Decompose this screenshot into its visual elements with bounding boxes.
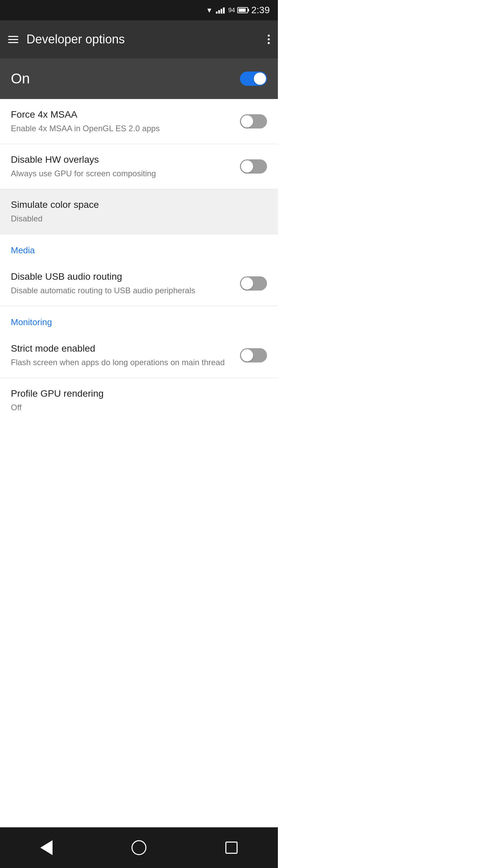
app-bar-left: Developer options	[8, 32, 125, 46]
force-msaa-title: Force 4x MSAA	[11, 108, 232, 121]
disable-hw-overlays-title: Disable HW overlays	[11, 154, 232, 166]
disable-hw-overlays-subtitle: Always use GPU for screen compositing	[11, 168, 232, 179]
simulate-color-space-item[interactable]: Simulate color space Disabled	[0, 189, 278, 234]
disable-usb-audio-item[interactable]: Disable USB audio routing Disable automa…	[0, 261, 278, 306]
simulate-color-space-text: Simulate color space Disabled	[11, 199, 267, 224]
profile-gpu-subtitle: Off	[11, 402, 259, 413]
profile-gpu-item[interactable]: Profile GPU rendering Off	[0, 378, 278, 423]
simulate-color-space-subtitle: Disabled	[11, 213, 259, 224]
back-icon	[40, 840, 53, 855]
force-msaa-toggle[interactable]	[240, 114, 267, 129]
disable-usb-audio-subtitle: Disable automatic routing to USB audio p…	[11, 285, 232, 296]
disable-usb-audio-toggle[interactable]	[240, 276, 267, 291]
overflow-menu-icon[interactable]	[268, 35, 270, 44]
home-icon	[131, 840, 146, 855]
home-button[interactable]	[129, 837, 149, 858]
strict-mode-subtitle: Flash screen when apps do long operation…	[11, 357, 232, 368]
toggle-thumb	[241, 277, 253, 290]
disable-usb-audio-text: Disable USB audio routing Disable automa…	[11, 271, 240, 296]
menu-icon[interactable]	[8, 36, 18, 43]
disable-usb-audio-title: Disable USB audio routing	[11, 271, 232, 283]
force-msaa-text: Force 4x MSAA Enable 4x MSAA in OpenGL E…	[11, 108, 240, 134]
disable-hw-overlays-toggle[interactable]	[240, 159, 267, 174]
recent-button[interactable]	[221, 837, 242, 858]
toggle-thumb	[241, 115, 253, 127]
profile-gpu-title: Profile GPU rendering	[11, 388, 259, 400]
strict-mode-title: Strict mode enabled	[11, 342, 232, 355]
wifi-icon: ▼	[206, 6, 213, 14]
developer-options-toggle[interactable]	[240, 72, 267, 86]
force-msaa-subtitle: Enable 4x MSAA in OpenGL ES 2.0 apps	[11, 123, 232, 134]
monitoring-section-header: Monitoring	[0, 306, 278, 333]
disable-hw-overlays-text: Disable HW overlays Always use GPU for s…	[11, 154, 240, 179]
status-bar: ▼ 94 2:39	[0, 0, 278, 20]
battery-fill	[239, 8, 246, 12]
strict-mode-text: Strict mode enabled Flash screen when ap…	[11, 342, 240, 368]
strict-mode-toggle[interactable]	[240, 348, 267, 362]
simulate-color-space-title: Simulate color space	[11, 199, 259, 211]
force-msaa-item[interactable]: Force 4x MSAA Enable 4x MSAA in OpenGL E…	[0, 99, 278, 144]
disable-hw-overlays-item[interactable]: Disable HW overlays Always use GPU for s…	[0, 144, 278, 189]
developer-options-toggle-row: On	[0, 58, 278, 99]
status-icons: ▼ 94 2:39	[206, 5, 270, 16]
media-section-header: Media	[0, 234, 278, 261]
profile-gpu-text: Profile GPU rendering Off	[11, 388, 267, 413]
toggle-thumb	[254, 73, 266, 85]
battery-icon: 94	[228, 7, 248, 14]
battery-box	[237, 7, 248, 13]
app-bar: Developer options	[0, 20, 278, 58]
back-button[interactable]	[36, 837, 57, 858]
recent-icon	[225, 842, 238, 854]
settings-list: Force 4x MSAA Enable 4x MSAA in OpenGL E…	[0, 99, 278, 423]
status-time: 2:39	[251, 5, 270, 16]
toggle-thumb	[241, 349, 253, 361]
signal-icon	[216, 7, 225, 14]
strict-mode-item[interactable]: Strict mode enabled Flash screen when ap…	[0, 333, 278, 378]
battery-level: 94	[228, 7, 235, 14]
toggle-thumb	[241, 160, 253, 173]
nav-bar	[0, 827, 278, 868]
page-title: Developer options	[26, 32, 125, 46]
on-off-label: On	[11, 71, 30, 87]
settings-content: Force 4x MSAA Enable 4x MSAA in OpenGL E…	[0, 99, 278, 827]
